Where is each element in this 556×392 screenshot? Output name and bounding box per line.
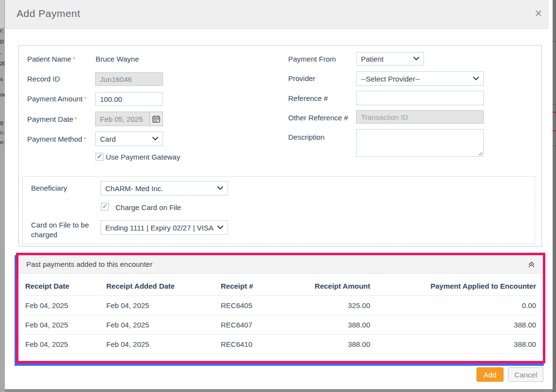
select-value: ChARM- Med Inc. — [105, 184, 163, 193]
cell-receipt-number: REC6405 — [221, 296, 313, 315]
label-text: Payment Amount — [27, 95, 82, 103]
payment-from-select[interactable]: Patient — [356, 52, 424, 65]
payment-date-label: Payment Date* — [27, 115, 78, 123]
background-text-fragment: D — [0, 39, 4, 45]
cell-payment-applied: 388.00 — [370, 335, 536, 354]
required-asterisk: * — [75, 115, 77, 123]
provider-label: Provider — [288, 74, 315, 82]
scrollbar-marker — [553, 130, 556, 131]
background-page-edge-bottom — [5, 389, 553, 392]
charge-card-on-file-checkbox[interactable]: ✓ — [101, 203, 109, 211]
col-header-payment-applied: Payment Applied to Encounter — [370, 274, 536, 296]
payment-date-field — [95, 112, 150, 126]
other-reference-field — [356, 110, 484, 124]
table-row: Feb 04, 2025 Feb 04, 2025 REC6410 388.00… — [25, 335, 536, 354]
calendar-icon[interactable] — [149, 112, 163, 126]
payment-method-label: Payment Method* — [27, 135, 86, 143]
background-text-fragment: e: — [0, 139, 5, 145]
chevron-down-icon — [413, 57, 419, 61]
description-field-wrapper — [356, 129, 484, 157]
payment-method-select[interactable]: Card — [95, 131, 163, 146]
past-payments-table: Receipt Date Receipt Added Date Receipt … — [25, 274, 536, 354]
past-payments-section: Past payments added to this encounter Re… — [16, 253, 545, 363]
required-asterisk: * — [83, 135, 86, 143]
beneficiary-section: Beneficiary ChARM- Med Inc. ✓ Charge Car… — [22, 176, 535, 244]
cell-receipt-added-date: Feb 04, 2025 — [106, 296, 221, 315]
label-text: Patient Name — [27, 55, 71, 63]
add-button[interactable]: Add — [476, 367, 504, 382]
provider-select[interactable]: --Select Provider-- — [356, 71, 484, 86]
select-value: --Select Provider-- — [361, 75, 420, 83]
scrollbar-segment-divider — [553, 146, 556, 146]
beneficiary-label: Beneficiary — [31, 184, 67, 192]
required-asterisk: * — [84, 95, 86, 103]
background-link-fragment: o — [0, 119, 3, 125]
background-scrollbar[interactable] — [553, 0, 556, 392]
cell-payment-applied: 388.00 — [370, 315, 536, 335]
chevron-down-icon — [473, 77, 479, 81]
cell-receipt-number: REC6407 — [221, 315, 313, 335]
cell-payment-applied: 0.00 — [370, 296, 536, 315]
cell-receipt-date: Feb 04, 2025 — [25, 315, 106, 335]
select-value: Patient — [361, 55, 384, 63]
close-icon[interactable]: × — [535, 7, 542, 19]
table-row: Feb 04, 2025 Feb 04, 2025 REC6405 325.00… — [25, 296, 536, 315]
cell-receipt-added-date: Feb 04, 2025 — [106, 335, 221, 354]
patient-name-value: Bruce Wayne — [96, 55, 139, 63]
scrollbar-segment-divider — [553, 41, 556, 42]
scrollbar-marker — [553, 112, 556, 113]
other-reference-label: Other Reference # — [288, 114, 348, 122]
patient-name-label: Patient Name* — [27, 55, 75, 63]
payment-form-panel: Patient Name* Bruce Wayne Record ID Paym… — [18, 45, 542, 246]
col-header-receipt-amount: Receipt Amount — [313, 274, 370, 296]
payment-amount-field[interactable] — [95, 92, 163, 106]
beneficiary-select[interactable]: ChARM- Med Inc. — [100, 181, 228, 196]
chevron-down-icon — [152, 137, 158, 141]
collapse-icon[interactable] — [528, 261, 535, 268]
chevron-down-icon — [217, 226, 223, 229]
cell-receipt-amount: 388.00 — [313, 315, 370, 335]
required-asterisk: * — [73, 55, 75, 63]
chevron-down-icon — [217, 186, 223, 190]
description-label: Description — [288, 133, 325, 141]
modal-header: Add Payment — [5, 0, 549, 29]
reference-label: Reference # — [288, 94, 328, 102]
resize-handle[interactable] — [478, 151, 483, 156]
card-on-file-select[interactable]: Ending 1111 | Expiry 02/27 | VISA — [100, 220, 228, 235]
cell-receipt-date: Feb 04, 2025 — [25, 335, 106, 354]
modal-title: Add Payment — [16, 8, 81, 19]
card-on-file-label: Card on File to be charged — [31, 220, 94, 239]
modal-footer: Add Cancel — [476, 367, 543, 382]
description-field[interactable] — [356, 129, 484, 157]
col-header-receipt-added-date: Receipt Added Date — [106, 274, 221, 296]
label-text: Payment Method — [27, 135, 82, 143]
background-text-fragment: - — [0, 50, 2, 56]
charge-card-on-file-label: Charge Card on File — [115, 203, 181, 212]
payment-from-label: Payment From — [288, 55, 336, 63]
checkmark-icon: ✓ — [102, 203, 108, 210]
reference-field[interactable] — [356, 91, 484, 105]
cell-receipt-added-date: Feb 04, 2025 — [106, 315, 221, 335]
use-payment-gateway-checkbox[interactable]: ✓ — [96, 153, 103, 161]
background-text-fragment: r: — [0, 28, 4, 33]
background-page-corner — [0, 0, 5, 28]
select-value: Ending 1111 | Expiry 02/27 | VISA — [105, 224, 213, 232]
background-page-edge-left: r: D - 20 s ow o ic e: — [0, 0, 5, 392]
scrollbar-segment-divider — [553, 104, 556, 105]
past-payments-header: Past payments added to this encounter — [18, 255, 543, 274]
cell-receipt-date: Feb 04, 2025 — [25, 296, 106, 315]
col-header-receipt-date: Receipt Date — [25, 274, 106, 296]
checkmark-icon: ✓ — [97, 153, 102, 160]
label-text: Payment Date — [27, 115, 73, 123]
background-text-fragment: ic — [0, 130, 4, 135]
cancel-button[interactable]: Cancel — [508, 367, 543, 382]
col-header-receipt-number: Receipt # — [221, 274, 313, 296]
payment-amount-label: Payment Amount* — [27, 95, 87, 103]
record-id-label: Record ID — [27, 75, 60, 83]
past-payments-title: Past payments added to this encounter — [26, 260, 152, 268]
select-value: Card — [100, 135, 116, 143]
use-payment-gateway-label: Use Payment Gateway — [106, 153, 180, 161]
table-row: Feb 04, 2025 Feb 04, 2025 REC6407 388.00… — [25, 315, 536, 335]
record-id-field — [95, 72, 163, 86]
cell-receipt-amount: 388.00 — [313, 335, 370, 354]
